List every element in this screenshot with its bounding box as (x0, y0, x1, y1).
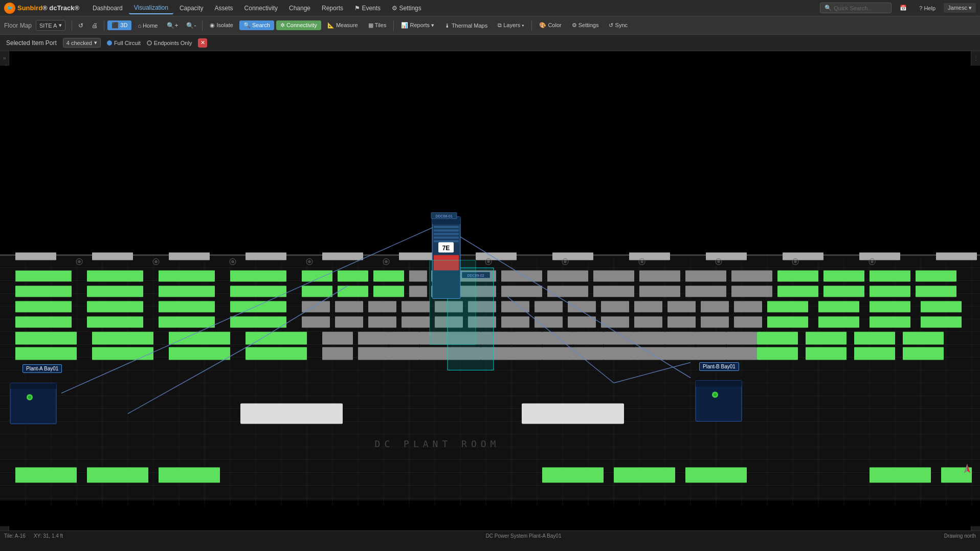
nav-change[interactable]: Change (284, 3, 316, 14)
nav-connectivity[interactable]: Connectivity (239, 3, 283, 14)
svg-rect-152 (701, 301, 729, 313)
svg-rect-69 (706, 253, 747, 260)
svg-rect-164 (368, 317, 396, 328)
home-button[interactable]: ⌂ Home (133, 21, 162, 30)
svg-rect-97 (87, 271, 143, 282)
thermal-maps-button[interactable]: 🌡 Thermal Maps (440, 21, 492, 30)
print-button[interactable]: 🖨 (88, 20, 101, 31)
svg-rect-99 (230, 271, 286, 282)
isolate-button[interactable]: ◉ Isolate (206, 20, 237, 30)
svg-rect-72 (936, 253, 977, 260)
endpoints-only-radio[interactable]: Endpoints Only (147, 40, 192, 46)
settings-tool-button[interactable]: ⚙ Settings (568, 20, 603, 30)
nav-reports[interactable]: Reports (317, 3, 348, 14)
layers-button[interactable]: ⧉ Layers ▾ (494, 20, 528, 30)
site-selector[interactable]: SITE A ▾ (36, 20, 65, 31)
svg-rect-180 (15, 332, 77, 345)
checked-count: 4 checked (66, 40, 92, 46)
svg-rect-156 (870, 301, 910, 313)
svg-rect-63 (246, 253, 286, 260)
close-connectivity-button[interactable]: ✕ (198, 38, 207, 48)
reports-button[interactable]: 📊 Reports ▾ (397, 20, 438, 30)
connectivity-button[interactable]: ✲ Connectivity (276, 20, 321, 30)
svg-rect-190 (511, 332, 542, 345)
bay-label-plant-b[interactable]: Plant-B Bay01 (699, 362, 739, 371)
measure-button[interactable]: 📐 Measure (323, 20, 362, 30)
toolbar: Floor Map SITE A ▾ ↺ 🖨 ⬛ 3D ⌂ Home 🔍+ 🔍-… (0, 16, 980, 35)
svg-rect-129 (639, 286, 680, 297)
svg-point-92 (794, 260, 797, 263)
svg-rect-215 (604, 347, 634, 360)
svg-rect-127 (547, 286, 588, 297)
nav-settings[interactable]: ⚙ Settings (387, 3, 427, 14)
svg-rect-192 (573, 332, 604, 345)
svg-rect-219 (726, 347, 757, 360)
svg-rect-142 (368, 301, 396, 313)
nav-assets[interactable]: Assets (210, 3, 238, 14)
svg-rect-162 (302, 317, 330, 328)
calendar-button[interactable]: 📅 (896, 3, 911, 13)
svg-rect-155 (818, 301, 859, 313)
svg-rect-198 (757, 332, 798, 345)
color-button[interactable]: 🎨 Color (535, 20, 565, 30)
svg-rect-148 (568, 301, 596, 313)
svg-rect-170 (568, 317, 596, 328)
svg-rect-111 (731, 271, 772, 282)
svg-point-82 (385, 260, 388, 263)
svg-rect-231 (614, 468, 675, 483)
svg-point-76 (154, 260, 158, 263)
floor-map-label: Floor Map (4, 22, 32, 29)
svg-rect-143 (402, 301, 430, 313)
svg-rect-196 (696, 332, 726, 345)
svg-rect-126 (501, 286, 542, 297)
user-button[interactable]: Jamesc ▾ (944, 3, 976, 13)
bay-label-plant-a[interactable]: Plant-A Bay01 (23, 364, 62, 373)
svg-rect-138 (159, 301, 215, 313)
svg-rect-151 (667, 301, 696, 313)
svg-rect-106 (501, 271, 542, 282)
svg-rect-227 (15, 468, 77, 483)
refresh-button[interactable]: ↺ (75, 20, 86, 31)
checked-dropdown[interactable]: 4 checked ▾ (63, 38, 101, 48)
svg-text:DC PLANT ROOM: DC PLANT ROOM (375, 438, 500, 449)
svg-rect-102 (373, 271, 404, 282)
svg-rect-150 (634, 301, 662, 313)
svg-rect-100 (302, 271, 332, 282)
search-button[interactable]: 🔍 Search (239, 20, 274, 30)
svg-rect-228 (87, 468, 148, 483)
svg-rect-110 (685, 271, 726, 282)
svg-rect-201 (903, 332, 944, 345)
3d-button[interactable]: ⬛ 3D (107, 20, 131, 30)
calendar-icon: 📅 (900, 5, 907, 11)
svg-rect-207 (358, 347, 389, 360)
main-viewport[interactable]: » ⇄ ⋮ (0, 51, 980, 541)
full-circuit-radio[interactable]: Full Circuit (107, 40, 141, 46)
svg-point-260 (28, 396, 31, 399)
svg-rect-163 (335, 317, 363, 328)
zoom-in-button[interactable]: 🔍+ (164, 20, 181, 31)
nav-capacity[interactable]: Capacity (174, 3, 209, 14)
svg-rect-60 (15, 253, 56, 260)
svg-point-88 (640, 260, 643, 263)
selected-item-label: Selected Item Port (6, 39, 57, 47)
svg-rect-184 (322, 332, 353, 345)
svg-point-264 (714, 393, 717, 396)
svg-rect-115 (916, 271, 956, 282)
tile-info: Tile: A-16 (4, 533, 26, 539)
svg-rect-160 (159, 317, 215, 328)
tiles-button[interactable]: ▦ Tiles (364, 20, 391, 30)
nav-events[interactable]: ⚑ Events (349, 3, 386, 14)
top-navigation: 🐦 Sunbird® dcTrack® Dashboard Visualizat… (0, 0, 980, 16)
svg-rect-186 (389, 332, 419, 345)
svg-rect-112 (777, 271, 818, 282)
quick-search[interactable]: 🔍 Quick Search... (820, 3, 892, 13)
sync-button[interactable]: ↺ Sync (605, 20, 632, 30)
svg-rect-159 (87, 317, 143, 328)
help-button[interactable]: ? Help (915, 4, 940, 13)
svg-rect-121 (338, 286, 368, 297)
nav-dashboard[interactable]: Dashboard (87, 3, 128, 14)
svg-rect-161 (230, 317, 286, 328)
nav-visualization[interactable]: Visualization (129, 2, 173, 14)
svg-rect-118 (159, 286, 215, 297)
zoom-out-button[interactable]: 🔍- (183, 20, 199, 31)
